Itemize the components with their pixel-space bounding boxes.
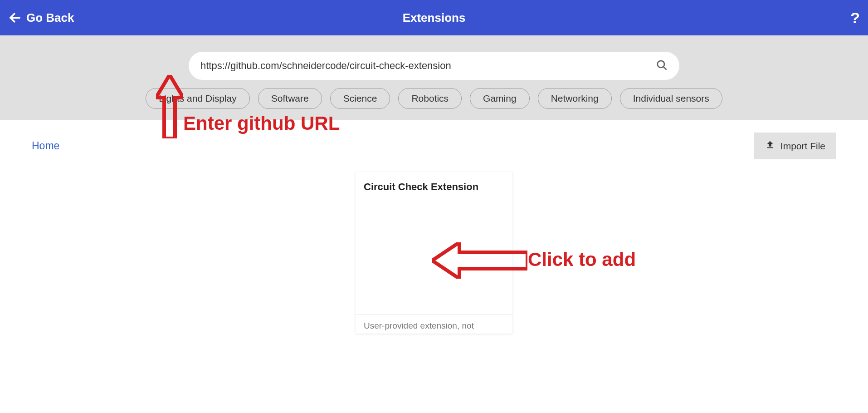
chip-science[interactable]: Science <box>330 88 390 109</box>
content-top-row: Home Import File <box>32 133 836 159</box>
search-input[interactable] <box>200 60 656 72</box>
chip-individual-sensors[interactable]: Individual sensors <box>620 88 722 109</box>
chip-gaming[interactable]: Gaming <box>470 88 530 109</box>
breadcrumb-home[interactable]: Home <box>32 140 59 152</box>
go-back-button[interactable]: Go Back <box>8 11 74 25</box>
app-header: Go Back Extensions ? <box>0 0 868 35</box>
search-icon[interactable] <box>656 59 668 73</box>
extension-card-description: User-provided extension, not <box>356 315 512 334</box>
main-scroll[interactable]: Lights and Display Software Science Robo… <box>0 35 868 413</box>
import-file-button[interactable]: Import File <box>754 133 836 159</box>
search-bar <box>189 52 679 80</box>
extension-card[interactable]: Circuit Check Extension User-provided ex… <box>356 172 512 334</box>
extension-card-title: Circuit Check Extension <box>356 172 512 197</box>
extension-card-body <box>356 197 512 315</box>
go-back-label: Go Back <box>26 11 74 25</box>
chip-networking[interactable]: Networking <box>538 88 612 109</box>
category-chips: Lights and Display Software Science Robo… <box>146 88 722 109</box>
content-area: Home Import File Circuit Check Extension… <box>0 120 868 352</box>
chip-software[interactable]: Software <box>258 88 322 109</box>
chip-robotics[interactable]: Robotics <box>398 88 462 109</box>
upload-icon <box>765 140 775 152</box>
arrow-left-icon <box>8 11 22 25</box>
search-section: Lights and Display Software Science Robo… <box>0 35 868 120</box>
svg-line-2 <box>663 67 666 69</box>
chip-lights-display[interactable]: Lights and Display <box>146 88 250 109</box>
import-file-label: Import File <box>780 141 825 152</box>
help-button[interactable]: ? <box>850 9 860 27</box>
page-title: Extensions <box>403 11 466 25</box>
